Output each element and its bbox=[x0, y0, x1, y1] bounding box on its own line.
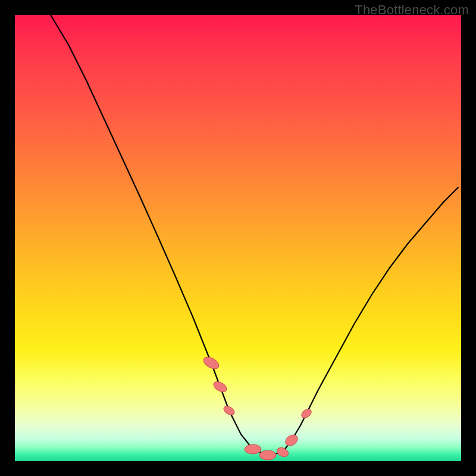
curve-marker bbox=[283, 433, 299, 448]
curve-marker bbox=[259, 450, 276, 460]
curve-marker bbox=[275, 446, 290, 458]
curve-marker-group bbox=[202, 355, 313, 460]
bottleneck-curve-path bbox=[51, 15, 458, 455]
curve-marker bbox=[222, 405, 236, 417]
curve-marker bbox=[202, 355, 221, 371]
bottleneck-curve-svg bbox=[15, 15, 461, 461]
curve-marker bbox=[212, 380, 228, 394]
curve-marker bbox=[245, 444, 261, 454]
curve-marker bbox=[300, 408, 313, 419]
watermark-text: TheBottleneck.com bbox=[355, 2, 469, 18]
